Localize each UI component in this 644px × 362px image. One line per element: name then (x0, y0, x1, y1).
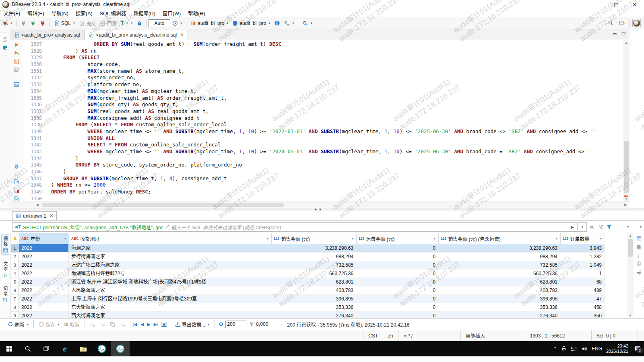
grid-cell[interactable]: 353,336 (271, 303, 356, 312)
menu-item-7[interactable]: 帮助(H) (184, 9, 208, 17)
validation-error-icon[interactable] (14, 187, 19, 193)
row-number[interactable]: 5 (11, 278, 19, 286)
volume-tray-icon[interactable] (581, 346, 588, 352)
grid-cell[interactable]: 353,336 (438, 303, 560, 312)
row-number[interactable]: 8 (11, 303, 19, 312)
column-filter-arrow-icon[interactable]: ▼ (433, 237, 436, 241)
taskbar-clock[interactable]: 20:42 2025/10/21 (606, 343, 628, 354)
column-header-0[interactable]: ABC年份▼ (19, 233, 69, 244)
grid-cell[interactable]: 3,943 (560, 244, 605, 253)
reconnect-button[interactable] (29, 20, 37, 27)
column-header-1[interactable]: ABC收货地址▼ (69, 233, 272, 244)
collapse-chevrons-icon[interactable]: ▲▲ (314, 207, 323, 211)
maximize-editor-icon[interactable]: ❐ (621, 31, 625, 37)
code-line[interactable]: 1347GROUP BY SUBSTR(mgclear_time_t, 1, 4… (23, 175, 623, 182)
row-number[interactable]: 6 (11, 286, 19, 295)
menu-item-2[interactable]: 导航(N) (48, 9, 72, 17)
filter-outline-icon[interactable] (598, 224, 604, 230)
panel-value-icon[interactable]: ▤ (636, 245, 641, 249)
column-filter-arrow-icon[interactable]: ▼ (555, 237, 558, 241)
grid-corner-cell[interactable] (11, 233, 19, 244)
quick-search-button[interactable] (607, 19, 615, 27)
column-filter-arrow-icon[interactable]: ▼ (266, 237, 269, 241)
code-line[interactable]: 1344) (23, 155, 623, 162)
code-line[interactable]: 1346) (23, 169, 623, 175)
grid-cell[interactable]: 上海 上海市 闵行区申昆路1999号长三角电商园3号楼309室 (69, 295, 271, 303)
code-line[interactable]: 1334MIN(mgclear_time) AS mgclear_time_t, (23, 88, 623, 95)
ie-taskbar-icon[interactable]: e (56, 341, 74, 356)
dbeaver-perspective-button[interactable] (632, 19, 641, 27)
tab-analysis-cleartime-sql[interactable]: <audit_bi_pro> analysis_cleartime.sql ✕ (84, 30, 188, 40)
grid-cell[interactable]: 0 (356, 286, 438, 295)
grid-vertical-scrollbar[interactable]: ▲ ▼ (627, 233, 634, 318)
grid-cell[interactable]: 403,783 (438, 286, 560, 295)
minimize-editor-icon[interactable]: ▭ (613, 31, 617, 37)
code-line[interactable]: 1341UNION ALL (23, 135, 623, 142)
input-language-indicator[interactable]: ENG (592, 346, 602, 352)
grid-cell[interactable]: 3,238,290.63 (438, 244, 560, 253)
editor-results-splitter[interactable]: ▲▲ (0, 208, 644, 211)
copy-row-button[interactable] (109, 321, 116, 328)
grid-cell[interactable]: 458 (560, 303, 605, 312)
view-tab-text[interactable]: 文本 (2, 260, 9, 279)
grid-cell[interactable]: 0 (356, 253, 438, 261)
grid-cell[interactable]: 海澜之家 (69, 244, 271, 253)
connection-selector[interactable]: audit_bi_pro▾ (189, 20, 229, 27)
grid-cell[interactable]: 2022 (19, 269, 69, 278)
grid-cell[interactable]: 660,725.36 (271, 269, 356, 278)
fetch-all-button[interactable]: ▣ (161, 322, 167, 327)
fetch-size-input[interactable] (225, 321, 246, 328)
add-row-button[interactable] (99, 321, 106, 328)
transaction-log-button[interactable]: ▾ (171, 20, 183, 27)
panel-calc-icon[interactable]: ∑ (637, 253, 641, 258)
code-line[interactable]: 1329FROM (SELECT (23, 54, 623, 61)
grid-cell[interactable]: 0 (356, 278, 438, 286)
column-header-5[interactable]: 123订单数量▼ (561, 233, 605, 244)
code-line[interactable]: 1331MAX(store_name) AS store_name_t, (23, 68, 623, 75)
status-caret-position[interactable]: 1303 : 1 : 56612 (525, 330, 591, 341)
grid-cell[interactable]: 步行街海澜之家 (69, 253, 271, 261)
grid-cell[interactable]: 0 (356, 303, 438, 312)
connect-button[interactable] (19, 20, 27, 27)
editor-settings-icon[interactable]: ⚙ (14, 163, 19, 170)
execute-new-tab-button[interactable] (14, 50, 19, 56)
code-line[interactable]: 1337SUM(real_goods_amt) AS real_goods_am… (23, 108, 623, 115)
code-line[interactable]: 1327ORDER BY SUM(real_goods_amt_t) + SUM… (23, 41, 623, 48)
code-line[interactable]: 1349ORDER BY perYear, saleMoney DESC; (23, 189, 623, 195)
open-view-button[interactable] (618, 19, 626, 27)
grid-cell[interactable]: 1 (560, 269, 605, 278)
row-number[interactable]: 2 (11, 253, 19, 261)
grid-cell[interactable]: 732,585 (271, 261, 356, 269)
autocommit-combo[interactable]: Auto (149, 19, 171, 27)
commit-button[interactable]: 提交 (78, 19, 97, 27)
grid-cell[interactable]: 68 (560, 278, 605, 286)
grid-cell[interactable]: 2022 (19, 253, 69, 261)
first-page-button[interactable]: |◀ (133, 322, 137, 327)
sql-editor-button[interactable]: SQL▾ (53, 20, 76, 27)
grid-cell[interactable]: 396,895 (438, 295, 560, 303)
tab-analysis-sql[interactable]: <audit_bi_pro> analysis.sql (10, 30, 84, 40)
row-number[interactable]: 7 (11, 295, 19, 303)
panel-grid-icon[interactable] (636, 236, 642, 241)
grid-cell[interactable]: 628,801 (271, 278, 356, 286)
row-number[interactable]: 4 (11, 269, 19, 278)
grid-cell[interactable]: 660,725.36 (438, 269, 560, 278)
delete-row-button[interactable] (119, 321, 126, 328)
grid-cell[interactable]: 0 (356, 244, 438, 253)
editor-vertical-scrollbar[interactable]: ▲ ▼ (623, 40, 630, 202)
panel-refs-icon[interactable]: ⇶ (637, 270, 641, 275)
code-area[interactable]: 1327ORDER BY SUM(real_goods_amt_t) + SUM… (23, 40, 623, 202)
start-button[interactable] (0, 341, 19, 356)
new-connection-button[interactable]: ▾ (1, 19, 13, 27)
code-line[interactable]: 1339FROM (SELECT * FROM custom_online_sa… (23, 121, 623, 128)
grid-cell[interactable]: 1,049 (560, 261, 605, 269)
grid-cell[interactable]: 2022 (19, 261, 69, 269)
code-line[interactable]: 1332system_order_no, (23, 74, 623, 81)
filter-input[interactable]: ⊲T SELECT perYear AS "年份", consignee_add… (12, 222, 587, 232)
menu-item-4[interactable]: SQL 编辑器 (96, 9, 130, 17)
grid-cell[interactable]: 人民路海澜之家 (69, 286, 271, 295)
code-line[interactable]: 1348) WHERE rn <= 2000 (23, 182, 623, 189)
row-number[interactable]: 1 (11, 244, 19, 253)
results-tab-close-icon[interactable]: ✕ (50, 213, 53, 218)
close-button[interactable]: ✕ (625, 0, 644, 9)
